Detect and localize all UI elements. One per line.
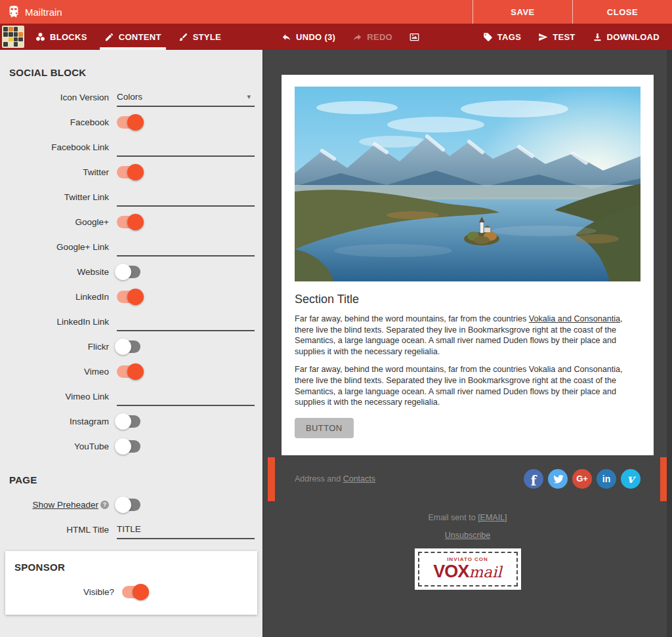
address-line: Address and Contacts bbox=[295, 474, 375, 483]
train-logo-icon bbox=[7, 5, 21, 19]
instagram-toggle[interactable] bbox=[117, 413, 142, 430]
blocks-icon bbox=[35, 32, 45, 42]
mosaico-logo bbox=[2, 26, 24, 48]
field-row: Google+ bbox=[0, 209, 262, 234]
field-row: LinkedIn Link bbox=[0, 309, 262, 334]
email-hero-image[interactable] bbox=[295, 87, 640, 281]
close-button[interactable]: CLOSE bbox=[572, 0, 672, 24]
contacts-link[interactable]: Contacts bbox=[343, 474, 375, 483]
field-label: Google+ Link bbox=[0, 242, 117, 252]
email-button[interactable]: BUTTON bbox=[295, 418, 354, 438]
field-row: Flickr bbox=[0, 334, 262, 359]
google-plus-icon[interactable]: G+ bbox=[572, 469, 592, 489]
field-row: Twitter Link bbox=[0, 184, 262, 209]
pencil-icon bbox=[104, 32, 114, 42]
app-brand: Mailtrain bbox=[0, 5, 62, 19]
save-button[interactable]: SAVE bbox=[472, 0, 572, 24]
gallery-button[interactable] bbox=[401, 24, 428, 50]
facebook-toggle[interactable] bbox=[117, 114, 142, 131]
field-row: Show Preheader? bbox=[0, 492, 262, 517]
linkedin-icon[interactable]: in bbox=[597, 469, 616, 489]
field-label: Twitter Link bbox=[0, 192, 117, 202]
section-page: PAGEShow Preheader?HTML TitleTITLE bbox=[0, 474, 262, 542]
image-icon bbox=[410, 32, 419, 42]
google-toggle[interactable] bbox=[117, 214, 142, 230]
field-label: Visible? bbox=[5, 587, 122, 597]
field-label: LinkedIn bbox=[0, 292, 117, 302]
facebook-link-input[interactable] bbox=[117, 137, 255, 157]
email-preview-pane: Section Title Far far away, behind the w… bbox=[262, 50, 672, 637]
field-label: Twitter bbox=[0, 167, 117, 177]
settings-panel: SOCIAL BLOCKIcon VersionColors▾FacebookF… bbox=[0, 50, 262, 637]
tab-content[interactable]: CONTENT bbox=[96, 24, 170, 50]
tab-blocks[interactable]: BLOCKS bbox=[27, 24, 96, 50]
field-label: Facebook Link bbox=[0, 142, 117, 152]
email-sent-line: Email sent to [EMAIL] bbox=[282, 513, 654, 522]
vimeo-toggle[interactable] bbox=[117, 363, 142, 380]
email-footer-block[interactable]: Address and Contacts fG+inv bbox=[282, 455, 654, 503]
field-label: LinkedIn Link bbox=[0, 317, 117, 327]
section-title: Section Title bbox=[295, 293, 640, 306]
field-label: Google+ bbox=[0, 217, 117, 227]
twitter-icon[interactable] bbox=[548, 469, 568, 489]
download-button[interactable]: DOWNLOAD bbox=[584, 24, 668, 50]
field-row: Google+ Link bbox=[0, 234, 262, 259]
redo-icon bbox=[352, 32, 362, 42]
flickr-toggle[interactable] bbox=[117, 339, 142, 355]
field-row: YouTube bbox=[0, 434, 262, 459]
vimeo-link-input[interactable] bbox=[117, 386, 255, 406]
facebook-icon[interactable]: f bbox=[524, 469, 543, 489]
twitter-toggle[interactable] bbox=[117, 164, 142, 180]
section-social-block: SOCIAL BLOCKIcon VersionColors▾FacebookF… bbox=[0, 67, 262, 459]
show-preheader-toggle[interactable] bbox=[117, 497, 142, 513]
preview-scrollbar[interactable] bbox=[667, 50, 672, 637]
linkedin-toggle[interactable] bbox=[117, 289, 142, 305]
voxmail-logo-text: VOX bbox=[433, 562, 469, 581]
field-label: Show Preheader? bbox=[0, 500, 117, 510]
field-label: Website bbox=[0, 267, 117, 277]
website-toggle[interactable] bbox=[117, 264, 142, 280]
section-sponsor: SPONSORVisible? bbox=[5, 551, 257, 615]
top-bar: Mailtrain SAVE CLOSE bbox=[0, 0, 672, 24]
tab-style[interactable]: STYLE bbox=[170, 24, 230, 50]
brush-icon bbox=[178, 32, 188, 42]
tags-button[interactable]: TAGS bbox=[474, 24, 530, 50]
linkedin-link-input[interactable] bbox=[117, 312, 255, 331]
section-heading: SOCIAL BLOCK bbox=[9, 67, 262, 78]
icon-version-select[interactable]: Colors▾ bbox=[117, 87, 255, 107]
editor-toolbar: BLOCKS CONTENT STYLE UNDO (3) REDO bbox=[0, 24, 672, 50]
field-row: Twitter bbox=[0, 159, 262, 184]
field-label: Instagram bbox=[0, 417, 117, 426]
twitter-link-input[interactable] bbox=[117, 187, 255, 207]
vokalia-link[interactable]: Vokalia and Consonantia bbox=[529, 314, 620, 323]
unsubscribe-link[interactable]: Unsubscribe bbox=[445, 531, 490, 540]
help-icon[interactable]: ? bbox=[100, 501, 109, 509]
field-row: HTML TitleTITLE bbox=[0, 517, 262, 542]
undo-icon bbox=[282, 32, 291, 42]
unsubscribe-line: Unsubscribe bbox=[282, 531, 654, 540]
youtube-toggle[interactable] bbox=[117, 438, 142, 455]
field-label: Vimeo bbox=[0, 367, 117, 377]
field-row: Website bbox=[0, 259, 262, 284]
tag-icon bbox=[483, 32, 493, 42]
vimeo-icon[interactable]: v bbox=[621, 469, 640, 489]
field-row: Icon VersionColors▾ bbox=[0, 85, 262, 110]
paragraph-1: Far far away, behind the word mountains,… bbox=[295, 314, 640, 357]
app-title: Mailtrain bbox=[25, 7, 62, 18]
field-label: Vimeo Link bbox=[0, 392, 117, 401]
field-label: HTML Title bbox=[0, 525, 117, 535]
field-row: Instagram bbox=[0, 409, 262, 434]
email-link[interactable]: [EMAIL] bbox=[478, 513, 507, 522]
field-label: Icon Version bbox=[0, 92, 117, 102]
test-button[interactable]: TEST bbox=[530, 24, 583, 50]
undo-button[interactable]: UNDO (3) bbox=[273, 24, 344, 50]
field-label: Facebook bbox=[0, 117, 117, 127]
visible-toggle[interactable] bbox=[122, 584, 147, 600]
google-link-input[interactable] bbox=[117, 237, 255, 257]
redo-button[interactable]: REDO bbox=[344, 24, 401, 50]
voxmail-badge[interactable]: INVIATO CON VOXmail bbox=[418, 552, 518, 586]
html-title-input[interactable]: TITLE bbox=[117, 520, 255, 539]
chevron-down-icon: ▾ bbox=[247, 92, 255, 101]
field-label: YouTube bbox=[0, 442, 117, 451]
show-preheader-link[interactable]: Show Preheader bbox=[32, 500, 98, 510]
